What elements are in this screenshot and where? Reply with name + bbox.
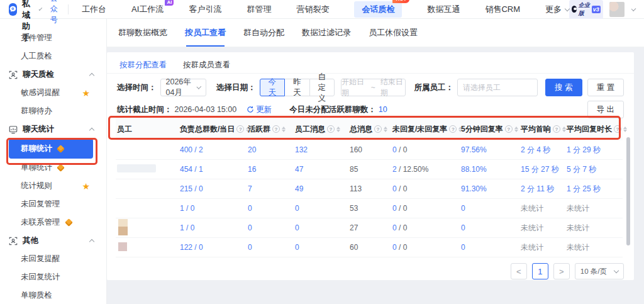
nav-workbench[interactable]: 工作台 (82, 4, 106, 15)
user-menu-chevron-down-icon[interactable] (631, 6, 636, 11)
subtab-by-group-assignment[interactable]: 按群分配查看 (119, 60, 167, 73)
unreplied-value[interactable]: 0 (392, 243, 397, 252)
sidebar-item-unreplied-management[interactable]: 未回复管理 (0, 195, 106, 213)
active-groups-value[interactable]: 7 (248, 184, 252, 193)
page-size-select[interactable]: 10 条/页 (575, 263, 624, 279)
staff-msgs-value[interactable]: 47 (295, 165, 303, 174)
table-row[interactable]: 400 / 2 20 132 160 0 / 0 97.56% 2 分 4 秒 … (116, 140, 623, 160)
responsible-value[interactable]: 215 / 0 (180, 184, 203, 193)
first-response-value[interactable]: 2 分 11 秒 (521, 184, 554, 193)
unreplied-value[interactable]: 0 (392, 204, 397, 213)
nav-data-interop[interactable]: 数据互通 (427, 4, 460, 15)
reset-button[interactable]: 重 置 (587, 79, 624, 96)
tab-data-filter-records[interactable]: 数据过滤记录 (302, 19, 351, 47)
sidebar-item-stats-rules[interactable]: 统计规则★ (0, 177, 106, 195)
table-row[interactable]: 215 / 0 7 49 113 0 / 0 91.30% 2 分 11 秒 1… (116, 179, 623, 199)
date-range-input[interactable]: 开始日期 ~ 结束日期 (341, 79, 405, 96)
active-groups-value[interactable]: 0 (248, 204, 252, 213)
app-logo-icon[interactable] (9, 3, 17, 16)
sidebar-item-unreplied-reminder[interactable]: 未回复提醒 (0, 250, 106, 268)
rate5m-value[interactable]: 91.30% (461, 184, 487, 193)
staff-msgs-value[interactable]: 49 (295, 184, 303, 193)
tab-group-auto-assign[interactable]: 群自动分配 (243, 19, 284, 47)
date-option-today[interactable]: 今天 (260, 79, 286, 96)
subtab-by-group-member[interactable]: 按群成员查看 (183, 60, 230, 73)
responsible-value[interactable]: 454 / 1 (180, 165, 203, 174)
unreplied-value[interactable]: 0 (392, 145, 397, 154)
sidebar-item-group-chat-stats[interactable]: 群聊统计 (9, 138, 93, 159)
sidebar-item-uncontacted-management[interactable]: 未联系管理 (0, 213, 106, 232)
prev-page-button[interactable]: < (511, 263, 527, 279)
month-select[interactable]: 2026年04月 (160, 79, 207, 96)
sidebar-group-chat-stats[interactable]: 聊天统计 (0, 120, 106, 138)
sidebar-item-unreplied-stats[interactable]: 未回复统计 (0, 268, 106, 286)
nav-sales-crm[interactable]: 销售CRM (485, 4, 520, 15)
sort-icon[interactable] (282, 127, 286, 132)
nav-marketing-fission[interactable]: 营销裂变 (296, 4, 329, 15)
sidebar-item-manual-qc[interactable]: 人工质检 (0, 47, 106, 65)
table-row[interactable]: 122 / 0 0 0 60 0 / 0 0 未统计 未统计 (116, 238, 623, 257)
info-icon[interactable] (272, 125, 280, 133)
table-row[interactable]: 1 / 0 0 0 27 0 / 0 0 未统计 未统计 (116, 218, 623, 238)
refresh-button[interactable]: 更新 (247, 104, 272, 115)
active-groups-value[interactable]: 20 (248, 145, 256, 154)
info-icon[interactable] (374, 125, 382, 133)
sort-icon[interactable] (623, 127, 627, 132)
export-button[interactable]: 导 出 (587, 101, 624, 118)
staff-msgs-value[interactable]: 0 (295, 223, 299, 232)
user-avatar[interactable] (609, 2, 625, 17)
responsible-value[interactable]: 1 / 0 (180, 204, 194, 213)
date-option-yesterday[interactable]: 昨天 (284, 79, 310, 96)
page-number-button[interactable]: 1 (532, 263, 548, 279)
staff-select-input[interactable] (457, 79, 538, 96)
nav-customer-acquisition[interactable]: 客户引流 (189, 4, 221, 15)
info-icon[interactable] (327, 125, 335, 133)
info-icon[interactable] (449, 125, 457, 133)
table-row[interactable]: 1 / 0 0 0 53 0 / 0 0 未统计 未统计 (116, 199, 623, 218)
rate5m-value[interactable]: 0 (461, 204, 465, 213)
responsible-value[interactable]: 1 / 0 (180, 223, 194, 232)
info-icon[interactable] (553, 125, 560, 133)
sidebar-item-group-todo[interactable]: 群聊待办 (0, 102, 106, 120)
staff-msgs-value[interactable]: 132 (295, 145, 308, 154)
reply-duration-value[interactable]: 1 分 29 秒 (567, 145, 601, 154)
nav-session-qc[interactable]: 会话质检HOT (354, 1, 402, 18)
sort-icon[interactable] (336, 127, 340, 132)
sidebar-group-chat-qc[interactable]: 聊天质检 (0, 65, 106, 84)
sort-icon[interactable] (514, 127, 518, 132)
active-groups-value[interactable]: 0 (248, 243, 252, 252)
responsible-value[interactable]: 122 / 0 (180, 243, 203, 252)
unreplied-value[interactable]: 0 (392, 223, 397, 232)
active-groups-value[interactable]: 0 (248, 223, 252, 232)
account-type-link[interactable]: 公众号 (50, 0, 58, 25)
unreplied-value[interactable]: 2 (392, 165, 397, 174)
info-icon[interactable] (236, 125, 244, 133)
first-response-value[interactable]: 15 分 27 秒 (521, 165, 559, 174)
sort-icon[interactable] (384, 127, 387, 132)
sidebar-group-other[interactable]: 其他 (0, 232, 106, 250)
unreplied-value[interactable]: 0 (392, 184, 397, 193)
nav-ai-workflow[interactable]: AI工作流AI (131, 4, 164, 15)
rate5m-value[interactable]: 97.56% (461, 145, 487, 154)
sidebar-item-single-chat-qc[interactable]: 单聊质检 (0, 286, 106, 304)
reply-duration-value[interactable]: 5 分 7 秒 (567, 165, 596, 174)
staff-msgs-value[interactable]: 0 (295, 243, 299, 252)
rate5m-value[interactable]: 88.10% (461, 165, 487, 174)
rate5m-value[interactable]: 0 (461, 243, 465, 252)
sidebar-item-file-management[interactable]: 文件管理 (0, 29, 106, 47)
unassigned-value[interactable]: 10 (379, 105, 387, 114)
date-option-custom[interactable]: 自定义 (309, 79, 335, 96)
responsible-value[interactable]: 400 / 2 (180, 145, 203, 154)
sidebar-item-single-chat-stats[interactable]: 单聊统计 (0, 159, 106, 177)
reply-duration-value[interactable]: 1 分 25 秒 (567, 184, 601, 193)
staff-msgs-value[interactable]: 0 (295, 204, 299, 213)
rate5m-value[interactable]: 0 (461, 223, 465, 232)
first-response-value[interactable]: 2 分 4 秒 (521, 145, 550, 154)
search-button[interactable]: 搜 索 (545, 79, 582, 96)
active-groups-value[interactable]: 16 (248, 165, 256, 174)
sidebar-item-sensitive-words[interactable]: 敏感词提醒★ (0, 84, 106, 102)
brand-chevron-down-icon[interactable] (39, 7, 43, 11)
tab-group-data-overview[interactable]: 群聊数据概览 (118, 19, 167, 47)
table-row[interactable]: 454 / 1 16 47 85 2 / 12.50% 88.10% 15 分 … (116, 160, 623, 179)
next-page-button[interactable]: > (553, 263, 570, 279)
